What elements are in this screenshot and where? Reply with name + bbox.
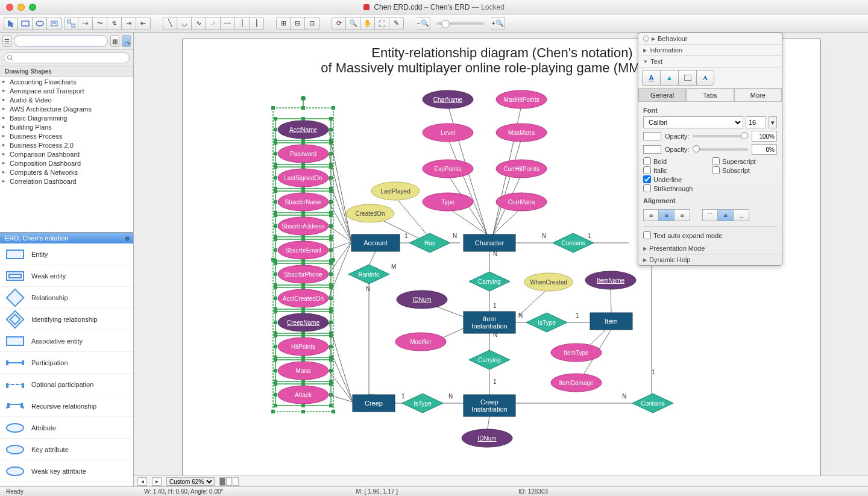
tree-item[interactable]: AWS Architecture Diagrams	[0, 104, 133, 113]
shape-row[interactable]: Identifying relationship	[0, 309, 133, 330]
shape-row[interactable]: Key attribute	[0, 439, 133, 460]
tree-item[interactable]: Computers & Networks	[0, 168, 133, 177]
zoom-in-button[interactable]: +🔍	[491, 17, 505, 30]
shape-row[interactable]: Recursive relationship	[0, 395, 133, 417]
shape-row[interactable]: Derived attribute	[0, 482, 133, 486]
tool-align-2[interactable]: ⊟	[291, 17, 305, 30]
section-dynamic-help[interactable]: ▶Dynamic Help	[638, 254, 782, 265]
tree-item[interactable]: Accounting Flowcharts	[0, 77, 133, 86]
view-tab-1[interactable]	[219, 477, 225, 486]
view-tab-3[interactable]	[233, 477, 239, 486]
shape-row[interactable]: Weak entity	[0, 265, 133, 287]
bg-opacity-slider[interactable]	[693, 148, 748, 151]
tool-poly[interactable]: ⟋	[206, 17, 221, 30]
bold-checkbox[interactable]: Bold	[643, 157, 708, 165]
tree-item[interactable]: Building Plans	[0, 122, 133, 131]
valign-bottom[interactable]: ⎵	[734, 209, 749, 221]
align-center[interactable]: ≡	[659, 209, 675, 221]
zoom-slider[interactable]	[436, 22, 485, 25]
valign-middle[interactable]: ≡	[718, 209, 734, 221]
shape-row[interactable]: Participation	[0, 352, 133, 374]
tool-eyedrop[interactable]: ✎	[389, 17, 404, 30]
valign-top[interactable]: ⎴	[702, 209, 718, 221]
tool-ellipse[interactable]	[33, 17, 47, 30]
library-grid-icon[interactable]: ▦	[110, 35, 119, 47]
library-tree[interactable]: Accounting FlowchartsAerospace and Trans…	[0, 77, 133, 233]
sheet-next-icon[interactable]: ▸	[152, 477, 162, 486]
strikethrough-checkbox[interactable]: Strikethrough	[643, 184, 708, 192]
shape-row[interactable]: Attribute	[0, 417, 133, 439]
tree-item[interactable]: Aerospace and Transport	[0, 86, 133, 95]
tool-refresh[interactable]: ⟳	[332, 17, 346, 30]
text-color-icon[interactable]: A	[642, 70, 660, 86]
text-opacity-slider[interactable]	[693, 135, 748, 137]
bg-opacity-value[interactable]	[752, 144, 777, 155]
tool-connector-1[interactable]	[64, 17, 78, 30]
fill-icon[interactable]	[678, 70, 696, 86]
tree-item[interactable]: Comparison Dashboard	[0, 149, 133, 159]
tree-item[interactable]: Basic Diagramming	[0, 113, 133, 122]
tool-stamp[interactable]: ⛶	[375, 17, 389, 30]
sheet-prev-icon[interactable]: ◂	[137, 477, 147, 486]
view-tab-2[interactable]	[226, 477, 232, 486]
tool-pointer[interactable]	[4, 17, 18, 30]
underline-checkbox[interactable]: Underline	[643, 175, 708, 183]
font-name-select[interactable]: Calibri	[643, 116, 743, 128]
zoom-out-button[interactable]: −🔍	[416, 17, 430, 30]
tree-item[interactable]: Business Process	[0, 131, 133, 140]
shape-row[interactable]: Weak key attribute	[0, 460, 133, 482]
subscript-checkbox[interactable]: Subscript	[712, 166, 777, 174]
tool-arc[interactable]: ◡	[177, 17, 192, 30]
shape-row[interactable]: Relationship	[0, 287, 133, 309]
tree-item[interactable]: Composition Dashboard	[0, 159, 133, 168]
tool-bezier[interactable]: 〰	[221, 17, 235, 30]
tree-item[interactable]: Correlation Dashboard	[0, 177, 133, 186]
tool-connector-2[interactable]: ⇢	[78, 17, 93, 30]
tool-rect[interactable]	[18, 17, 33, 30]
section-information[interactable]: ▶Information	[638, 45, 782, 56]
tool-connector-4[interactable]: ↯	[107, 17, 122, 30]
text-opacity-swatch[interactable]	[643, 132, 661, 140]
italic-checkbox[interactable]: Italic	[643, 166, 708, 174]
tool-v1[interactable]: ⎮	[235, 17, 250, 30]
shape-row[interactable]: Entity	[0, 243, 133, 265]
tool-text[interactable]	[47, 17, 61, 30]
font-icon[interactable]: A	[696, 70, 714, 86]
align-right[interactable]: ≡	[675, 209, 690, 221]
library-toggle-icon[interactable]: ☰	[2, 35, 11, 47]
bg-opacity-swatch[interactable]	[643, 145, 661, 154]
section-presentation[interactable]: ▶Presentation Mode	[638, 243, 782, 254]
tool-v2[interactable]: ⎮	[250, 17, 264, 30]
tool-line[interactable]: ╲	[163, 17, 177, 30]
tab-general[interactable]: General	[638, 89, 686, 101]
superscript-checkbox[interactable]: Superscript	[712, 157, 777, 165]
font-size-input[interactable]	[746, 116, 766, 128]
tool-pan[interactable]: ✋	[360, 17, 375, 30]
tool-zoom[interactable]: 🔍	[346, 17, 360, 30]
library-search-icon[interactable]: 🔍	[122, 35, 131, 47]
tool-curve[interactable]: ∿	[192, 17, 206, 30]
tab-tabs[interactable]: Tabs	[686, 89, 734, 101]
tool-align-3[interactable]: ⊡	[305, 17, 319, 30]
tool-connector-6[interactable]: ⇤	[136, 17, 151, 30]
tool-align-1[interactable]: ⊞	[276, 17, 291, 30]
section-behaviour[interactable]: ▶Behaviour	[638, 33, 782, 45]
close-library-icon[interactable]: ⊗	[125, 235, 130, 242]
canvas-area[interactable]: Entity-relationship diagram (Chen's nota…	[134, 33, 868, 486]
section-text[interactable]: ▼Text	[638, 56, 782, 67]
shape-row[interactable]: Associative entity	[0, 330, 133, 352]
active-library-tab[interactable]: ERD, Chen's notation ⊗	[0, 233, 133, 243]
tab-more[interactable]: More	[734, 89, 782, 101]
auto-expand-checkbox[interactable]: Text auto expand mode	[643, 231, 777, 239]
shape-row[interactable]: Optional participation	[0, 374, 133, 395]
text-opacity-value[interactable]	[752, 131, 777, 142]
zoom-select[interactable]: Custom 62%	[166, 477, 215, 486]
tree-item[interactable]: Audio & Video	[0, 95, 133, 104]
tree-item[interactable]: Business Process 2,0	[0, 140, 133, 149]
align-left[interactable]: ≡	[643, 209, 659, 221]
library-search-input[interactable]	[14, 35, 108, 47]
tool-connector-3[interactable]: ⤳	[93, 17, 107, 30]
shape-search-input[interactable]	[4, 52, 130, 63]
tool-connector-5[interactable]: ⇥	[122, 17, 136, 30]
highlight-icon[interactable]: ▲	[660, 70, 678, 86]
